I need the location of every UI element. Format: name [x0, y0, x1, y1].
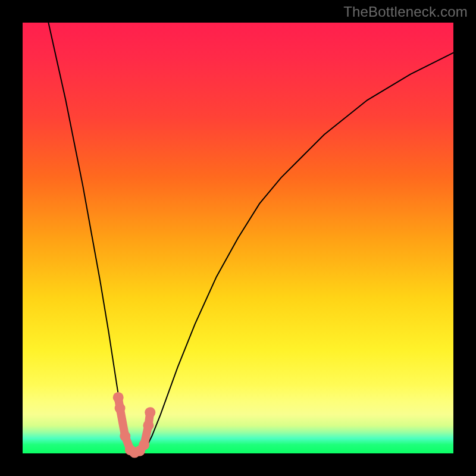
curve-svg — [23, 23, 453, 453]
marker-dot — [145, 407, 155, 418]
outer-frame: TheBottleneck.com — [0, 0, 476, 476]
marker-dot — [120, 431, 130, 441]
marker-dot — [139, 440, 149, 450]
marker-dot — [143, 420, 154, 431]
watermark-text: TheBottleneck.com — [343, 4, 468, 20]
marker-dot — [113, 392, 124, 403]
marker-dot — [115, 403, 126, 414]
plot-area — [23, 23, 453, 453]
highlighted-points — [113, 392, 156, 458]
curve-path — [48, 23, 453, 453]
bottleneck-curve — [48, 23, 453, 453]
